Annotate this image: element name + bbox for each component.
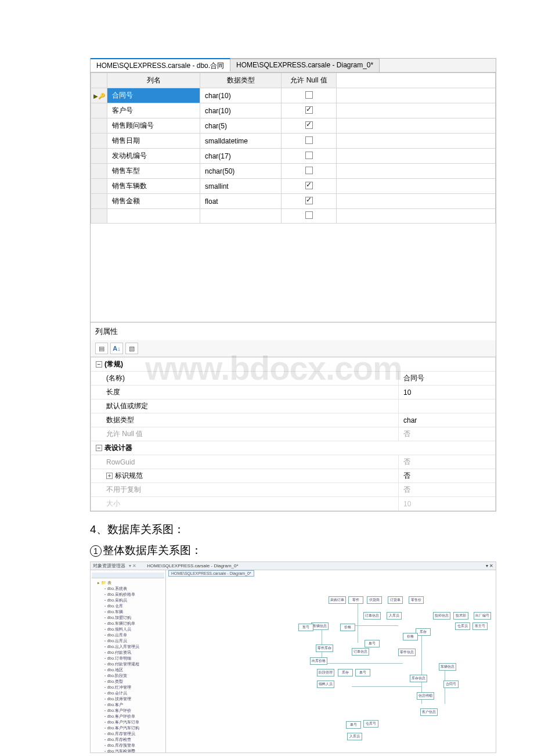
tab-table-design[interactable]: HOME\SQLEXPRESS.carsale - dbo.合同	[91, 58, 230, 71]
alphabetical-button[interactable]: A↓	[110, 343, 123, 354]
expand-icon[interactable]: −	[96, 361, 102, 368]
diagram-entity[interactable]: 单号	[365, 640, 380, 647]
diagram-entity[interactable]: 客户信息	[420, 708, 438, 716]
property-row[interactable]: 长度10	[91, 386, 496, 399]
table-row[interactable]: ▶🔑合同号char(10)	[91, 88, 496, 103]
tree-node[interactable]: ▫ dbo.车辆	[92, 609, 164, 615]
diagram-entity[interactable]: 零件库存	[316, 645, 333, 652]
diagram-entity[interactable]: 技师信息	[433, 612, 450, 620]
expand-icon[interactable]: −	[96, 445, 102, 451]
table-row[interactable]: 销售金额float	[91, 194, 496, 209]
diagram-entity[interactable]: 零件	[348, 596, 363, 604]
diagram-canvas[interactable]: HOME\SQLEXPRESS.carsale - Diagram_0* 采购订…	[166, 570, 496, 753]
tree-node[interactable]: ▫ dbo.客户汽车订购	[92, 725, 164, 731]
column-type-cell[interactable]: char(10)	[200, 88, 282, 103]
allow-null-checkbox[interactable]	[282, 134, 337, 149]
allow-null-checkbox[interactable]	[282, 164, 337, 179]
column-type-cell[interactable]: smalldatetime	[200, 134, 282, 149]
table-row-empty[interactable]	[91, 209, 496, 224]
window-controls[interactable]: ▾ ✕	[486, 563, 493, 568]
diagram-entity[interactable]: 信息明细	[417, 692, 434, 700]
diagram-entity[interactable]: 阶段管理	[317, 669, 334, 676]
tree-node[interactable]: ▫ dbo.领料人员	[92, 627, 164, 632]
property-row[interactable]: RowGuid否	[91, 455, 496, 469]
allow-null-checkbox[interactable]	[282, 194, 337, 209]
tree-node[interactable]: ▫ dbo.会计员	[92, 690, 164, 696]
tree-node[interactable]: ▫ dbo.付款管理规程	[92, 661, 164, 667]
diagram-entity[interactable]: 订单信息	[352, 648, 369, 656]
column-type-cell[interactable]: char(5)	[200, 118, 282, 134]
tree-node[interactable]: ▫ dbo.客户汽车订单	[92, 719, 164, 725]
diagram-entity[interactable]: 价格	[403, 633, 418, 640]
table-row[interactable]: 销售顾问编号char(5)	[91, 118, 496, 134]
tree-node[interactable]: ▫ dbo.技师管理	[92, 696, 164, 702]
tree-node[interactable]: ▫ dbo.出库单	[92, 632, 164, 638]
column-name-cell[interactable]: 发动机编号	[107, 149, 200, 164]
column-type-cell[interactable]: float	[200, 194, 282, 209]
diagram-entity[interactable]: 零件信息	[398, 649, 416, 656]
diagram-entity[interactable]: 领料人员	[317, 681, 334, 688]
column-name-cell[interactable]: 销售车型	[107, 164, 200, 179]
object-explorer-tree[interactable]: ▸ 📁 表 ▫ dbo.系统表▫ dbo.采购价格单▫ dbo.采购员▫ dbo…	[91, 570, 166, 753]
categorized-button[interactable]: ▤	[95, 343, 108, 354]
diagram-entity[interactable]: 合同号	[443, 681, 459, 688]
column-type-cell[interactable]: smallint	[200, 179, 282, 194]
diagram-entity[interactable]: 车辆信息	[311, 622, 329, 630]
tree-node[interactable]: ▫ dbo.订单明细	[92, 656, 164, 661]
tree-node[interactable]: ▫ dbo.客户评价	[92, 708, 164, 714]
tree-node[interactable]: ▫ dbo.采购价格单	[92, 592, 164, 597]
diagram-entity[interactable]: 库存信息	[410, 675, 427, 682]
tree-root-tables[interactable]: ▸ 📁 表	[92, 580, 164, 586]
column-name-cell[interactable]: 销售日期	[107, 134, 200, 149]
column-type-cell[interactable]: char(10)	[200, 103, 282, 118]
table-row[interactable]: 销售车型nchar(50)	[91, 164, 496, 179]
table-row[interactable]: 发动机编号char(17)	[91, 149, 496, 164]
diagram-entity[interactable]: 技术部	[453, 612, 468, 620]
diagram-entity[interactable]: 出厂编号	[474, 612, 491, 620]
tree-node[interactable]: ▫ dbo.系统表	[92, 586, 164, 592]
tree-node[interactable]: ▫ dbo.出库员	[92, 638, 164, 644]
tree-node[interactable]: ▫ dbo.红冲管理	[92, 685, 164, 690]
diagram-entity[interactable]: 车主号	[472, 622, 488, 630]
column-name-cell[interactable]: 合同号	[107, 88, 200, 103]
expand-icon[interactable]: +	[106, 473, 113, 479]
tree-node[interactable]: ▫ dbo.汽车检测费	[92, 748, 164, 753]
panel-pin-close[interactable]: ▾ ✕	[129, 563, 136, 568]
diagram-tab-label[interactable]: HOME\SQLEXPRESS.carsale - Diagram_0*	[147, 563, 238, 568]
diagram-entity[interactable]: 零售价	[409, 596, 424, 604]
tree-node[interactable]: ▫ dbo.加盟订购	[92, 615, 164, 621]
property-row[interactable]: +标识规范否	[91, 469, 496, 483]
tree-node[interactable]: ▫ dbo.阶段策	[92, 673, 164, 679]
diagram-entity[interactable]: 车辆信息	[439, 663, 456, 671]
tab-diagram[interactable]: HOME\SQLEXPRESS.carsale - Diagram_0*	[230, 59, 380, 72]
column-type-cell[interactable]: char(17)	[200, 149, 282, 164]
diagram-entity[interactable]: 仓库员	[455, 622, 470, 630]
diagram-entity[interactable]: 价格	[340, 624, 355, 631]
property-section[interactable]: −表设计器	[91, 441, 496, 455]
tree-node[interactable]: ▫ dbo.出入库管理员	[92, 644, 164, 650]
property-row[interactable]: 允许 Null 值否	[91, 427, 496, 441]
diagram-entity[interactable]: 出库价格	[310, 657, 327, 665]
allow-null-checkbox[interactable]	[282, 118, 337, 134]
table-row[interactable]: 销售车辆数smallint	[91, 179, 496, 194]
tree-node[interactable]: ▫ dbo.地区	[92, 667, 164, 673]
tree-node[interactable]: ▫ dbo.车辆订购单	[92, 621, 164, 627]
tree-node[interactable]: ▫ dbo.库存预警单	[92, 743, 164, 748]
tree-node[interactable]: ▫ dbo.采购员	[92, 597, 164, 603]
diagram-entity[interactable]: 采购订单	[329, 596, 346, 604]
diagram-entity[interactable]: 供货商	[367, 596, 382, 604]
diagram-entity[interactable]: 车号	[298, 624, 313, 631]
diagram-entity[interactable]: 入库员	[347, 733, 362, 740]
column-name-cell[interactable]: 销售车辆数	[107, 179, 200, 194]
allow-null-checkbox[interactable]	[282, 179, 337, 194]
diagram-entity[interactable]: 订单信息	[363, 612, 381, 620]
diagram-entity[interactable]: 库存	[338, 669, 353, 676]
tree-node[interactable]: ▫ dbo.库存检查	[92, 737, 164, 743]
tree-node[interactable]: ▫ dbo.库存管理员	[92, 731, 164, 737]
property-row[interactable]: 不用于复制否	[91, 483, 496, 497]
column-type-cell[interactable]: nchar(50)	[200, 164, 282, 179]
column-name-cell[interactable]: 销售顾问编号	[107, 118, 200, 134]
diagram-entity[interactable]: 单号	[355, 669, 370, 676]
column-name-cell[interactable]: 客户号	[107, 103, 200, 118]
allow-null-checkbox[interactable]	[282, 149, 337, 164]
